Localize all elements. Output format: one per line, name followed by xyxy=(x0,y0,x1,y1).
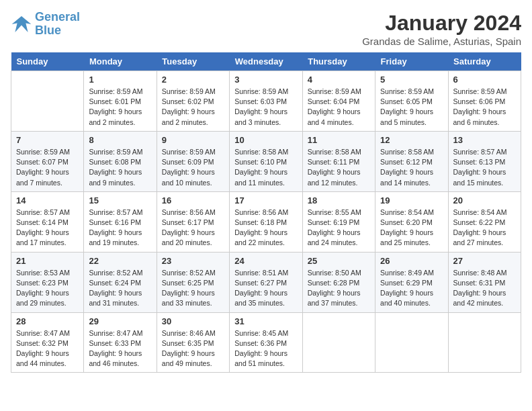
sunset-text: Sunset: 6:18 PM xyxy=(234,218,297,228)
sunrise-text: Sunrise: 8:59 AM xyxy=(16,147,79,157)
sunset-text: Sunset: 6:36 PM xyxy=(234,338,297,349)
day-number: 30 xyxy=(162,316,224,326)
daylight-text: Daylight: 9 hours and 33 minutes. xyxy=(162,288,224,308)
day-number: 29 xyxy=(89,316,151,326)
day-info: Sunrise: 8:59 AM Sunset: 6:06 PM Dayligh… xyxy=(453,87,516,128)
day-info: Sunrise: 8:49 AM Sunset: 6:29 PM Dayligh… xyxy=(380,268,443,309)
calendar-cell: 7 Sunrise: 8:59 AM Sunset: 6:07 PM Dayli… xyxy=(11,131,84,191)
title-area: January 2024 Grandas de Salime, Asturias… xyxy=(362,11,521,47)
day-number: 4 xyxy=(308,75,370,85)
daylight-text: Daylight: 9 hours and 9 minutes. xyxy=(89,167,151,187)
sunrise-text: Sunrise: 8:53 AM xyxy=(16,268,79,278)
daylight-text: Daylight: 9 hours and 27 minutes. xyxy=(453,228,516,248)
daylight-text: Daylight: 9 hours and 2 minutes. xyxy=(162,107,224,127)
calendar-cell: 31 Sunrise: 8:45 AM Sunset: 6:36 PM Dayl… xyxy=(230,312,302,373)
day-number: 16 xyxy=(162,195,224,205)
sunset-text: Sunset: 6:09 PM xyxy=(162,157,224,167)
calendar-cell: 14 Sunrise: 8:57 AM Sunset: 6:14 PM Dayl… xyxy=(11,191,84,252)
day-number: 24 xyxy=(234,256,297,266)
calendar-cell xyxy=(11,71,84,132)
sunset-text: Sunset: 6:23 PM xyxy=(16,278,79,288)
day-info: Sunrise: 8:59 AM Sunset: 6:05 PM Dayligh… xyxy=(380,87,443,128)
sunset-text: Sunset: 6:25 PM xyxy=(162,278,224,288)
day-number: 18 xyxy=(308,195,370,205)
day-number: 1 xyxy=(89,75,151,85)
daylight-text: Daylight: 9 hours and 4 minutes. xyxy=(308,107,370,127)
sunrise-text: Sunrise: 8:59 AM xyxy=(234,87,297,97)
daylight-text: Daylight: 9 hours and 10 minutes. xyxy=(162,167,224,187)
day-info: Sunrise: 8:47 AM Sunset: 6:33 PM Dayligh… xyxy=(89,328,151,369)
day-info: Sunrise: 8:59 AM Sunset: 6:09 PM Dayligh… xyxy=(162,147,224,188)
sunset-text: Sunset: 6:12 PM xyxy=(380,157,443,167)
calendar-cell: 20 Sunrise: 8:54 AM Sunset: 6:22 PM Dayl… xyxy=(448,191,521,252)
sunrise-text: Sunrise: 8:59 AM xyxy=(89,147,151,157)
day-number: 12 xyxy=(380,135,443,145)
calendar-cell: 13 Sunrise: 8:57 AM Sunset: 6:13 PM Dayl… xyxy=(448,131,521,191)
calendar-cell: 12 Sunrise: 8:58 AM Sunset: 6:12 PM Dayl… xyxy=(375,131,448,191)
daylight-text: Daylight: 9 hours and 17 minutes. xyxy=(16,228,79,248)
sunset-text: Sunset: 6:17 PM xyxy=(162,218,224,228)
calendar-week-row: 14 Sunrise: 8:57 AM Sunset: 6:14 PM Dayl… xyxy=(11,191,521,252)
daylight-text: Daylight: 9 hours and 29 minutes. xyxy=(16,288,79,308)
daylight-text: Daylight: 9 hours and 51 minutes. xyxy=(234,349,297,369)
calendar-cell xyxy=(448,312,521,373)
sunset-text: Sunset: 6:33 PM xyxy=(89,338,151,349)
sunrise-text: Sunrise: 8:51 AM xyxy=(234,268,297,278)
day-number: 27 xyxy=(453,256,516,266)
calendar-cell: 15 Sunrise: 8:57 AM Sunset: 6:16 PM Dayl… xyxy=(84,191,157,252)
sunset-text: Sunset: 6:20 PM xyxy=(380,218,443,228)
day-info: Sunrise: 8:59 AM Sunset: 6:03 PM Dayligh… xyxy=(234,87,297,128)
sunset-text: Sunset: 6:19 PM xyxy=(308,218,370,228)
sunset-text: Sunset: 6:07 PM xyxy=(16,157,79,167)
day-number: 21 xyxy=(16,256,79,266)
day-info: Sunrise: 8:47 AM Sunset: 6:32 PM Dayligh… xyxy=(16,328,79,369)
sunrise-text: Sunrise: 8:56 AM xyxy=(234,208,297,218)
calendar-cell: 16 Sunrise: 8:56 AM Sunset: 6:17 PM Dayl… xyxy=(157,191,229,252)
day-info: Sunrise: 8:58 AM Sunset: 6:10 PM Dayligh… xyxy=(234,147,297,188)
daylight-text: Daylight: 9 hours and 22 minutes. xyxy=(234,228,297,248)
daylight-text: Daylight: 9 hours and 49 minutes. xyxy=(162,349,224,369)
sunset-text: Sunset: 6:27 PM xyxy=(234,278,297,288)
day-number: 9 xyxy=(162,135,224,145)
calendar-cell: 9 Sunrise: 8:59 AM Sunset: 6:09 PM Dayli… xyxy=(157,131,229,191)
day-info: Sunrise: 8:46 AM Sunset: 6:35 PM Dayligh… xyxy=(162,328,224,369)
day-info: Sunrise: 8:53 AM Sunset: 6:23 PM Dayligh… xyxy=(16,268,79,309)
day-number: 15 xyxy=(89,195,151,205)
day-info: Sunrise: 8:58 AM Sunset: 6:11 PM Dayligh… xyxy=(308,147,370,188)
day-info: Sunrise: 8:50 AM Sunset: 6:28 PM Dayligh… xyxy=(308,268,370,309)
sunset-text: Sunset: 6:03 PM xyxy=(234,97,297,107)
sunset-text: Sunset: 6:16 PM xyxy=(89,218,151,228)
sunrise-text: Sunrise: 8:55 AM xyxy=(308,208,370,218)
calendar-cell: 27 Sunrise: 8:48 AM Sunset: 6:31 PM Dayl… xyxy=(448,252,521,312)
calendar-cell: 24 Sunrise: 8:51 AM Sunset: 6:27 PM Dayl… xyxy=(230,252,302,312)
day-number: 22 xyxy=(89,256,151,266)
calendar-cell: 22 Sunrise: 8:52 AM Sunset: 6:24 PM Dayl… xyxy=(84,252,157,312)
day-number: 17 xyxy=(234,195,297,205)
sunrise-text: Sunrise: 8:58 AM xyxy=(234,147,297,157)
col-wednesday: Wednesday xyxy=(230,52,302,71)
sunset-text: Sunset: 6:06 PM xyxy=(453,97,516,107)
month-title: January 2024 xyxy=(362,11,521,36)
calendar-cell: 17 Sunrise: 8:56 AM Sunset: 6:18 PM Dayl… xyxy=(230,191,302,252)
day-info: Sunrise: 8:59 AM Sunset: 6:08 PM Dayligh… xyxy=(89,147,151,188)
calendar-week-row: 7 Sunrise: 8:59 AM Sunset: 6:07 PM Dayli… xyxy=(11,131,521,191)
sunset-text: Sunset: 6:08 PM xyxy=(89,157,151,167)
sunrise-text: Sunrise: 8:52 AM xyxy=(89,268,151,278)
day-info: Sunrise: 8:54 AM Sunset: 6:20 PM Dayligh… xyxy=(380,208,443,248)
sunrise-text: Sunrise: 8:46 AM xyxy=(162,328,224,338)
sunrise-text: Sunrise: 8:45 AM xyxy=(234,328,297,338)
calendar-cell: 30 Sunrise: 8:46 AM Sunset: 6:35 PM Dayl… xyxy=(157,312,229,373)
day-info: Sunrise: 8:55 AM Sunset: 6:19 PM Dayligh… xyxy=(308,208,370,248)
day-number: 19 xyxy=(380,195,443,205)
daylight-text: Daylight: 9 hours and 2 minutes. xyxy=(89,107,151,127)
calendar-cell: 6 Sunrise: 8:59 AM Sunset: 6:06 PM Dayli… xyxy=(448,71,521,132)
day-info: Sunrise: 8:59 AM Sunset: 6:04 PM Dayligh… xyxy=(308,87,370,128)
day-number: 28 xyxy=(16,316,79,326)
daylight-text: Daylight: 9 hours and 7 minutes. xyxy=(16,167,79,187)
daylight-text: Daylight: 9 hours and 44 minutes. xyxy=(16,349,79,369)
daylight-text: Daylight: 9 hours and 11 minutes. xyxy=(234,167,297,187)
sunset-text: Sunset: 6:05 PM xyxy=(380,97,443,107)
day-number: 23 xyxy=(162,256,224,266)
daylight-text: Daylight: 9 hours and 42 minutes. xyxy=(453,288,516,308)
day-info: Sunrise: 8:59 AM Sunset: 6:02 PM Dayligh… xyxy=(162,87,224,128)
